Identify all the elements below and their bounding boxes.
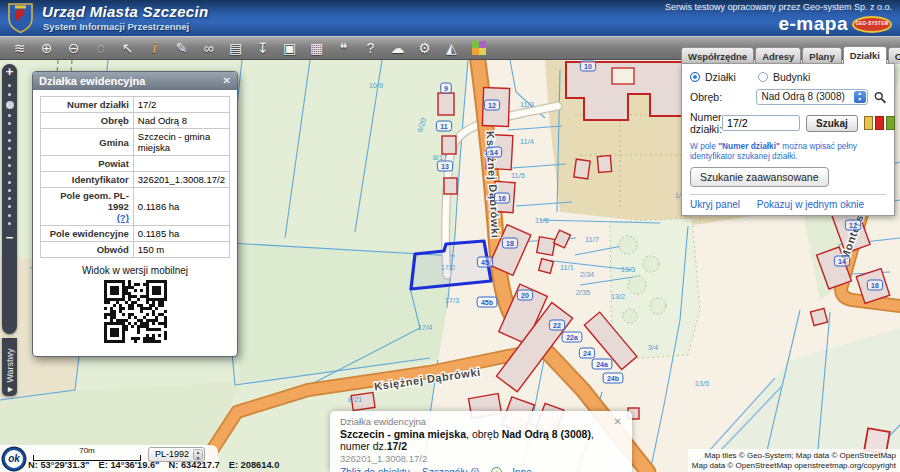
parcel-number-label: 13/3 <box>621 265 636 274</box>
search-panel: WspółrzędneAdresyPlanyDziałkiObiekty✕ Dz… <box>681 46 895 216</box>
layout-icon[interactable]: ▦ <box>303 37 330 59</box>
attribution-line2[interactable]: Map data © OpenStreetMap openstreetmap.o… <box>692 461 896 471</box>
close-icon[interactable]: ✕ <box>223 72 231 90</box>
numer-dzialki-input[interactable] <box>722 115 800 131</box>
parcel-row: Pole ewidencyjne0.1185 ha <box>41 226 230 242</box>
zoom-to-object-link[interactable]: Zbliż do obiektu <box>340 467 410 472</box>
other-link[interactable]: Inne <box>512 467 531 472</box>
status-bar: ok 70m PL-1992 ▲▼ N: 53°29'31.3"E: 14°36… <box>0 445 218 472</box>
comment-icon[interactable]: ❝ <box>330 37 357 59</box>
parcel-info-popup: ✕ Działka ewidencyjna Numer działki17/2O… <box>32 71 238 357</box>
print-icon[interactable]: ▤ <box>222 37 249 59</box>
info-icon[interactable]: i <box>141 37 168 59</box>
layers-icon[interactable]: ≋ <box>6 37 33 59</box>
layers-panel-tab[interactable]: ▼ Warstwy <box>2 338 17 396</box>
tab-adresy[interactable]: Adresy <box>755 47 801 64</box>
tab-działki[interactable]: Działki <box>843 46 887 64</box>
single-window-link[interactable]: Pokazuj w jednym oknie <box>757 199 864 210</box>
address-number-label: 24 <box>583 350 591 357</box>
address-number-label: 24a <box>596 361 608 368</box>
address-number-label: 24b <box>607 375 619 382</box>
tab-obiekty[interactable]: Obiekty <box>888 47 900 64</box>
select-area-icon[interactable]: ◌ <box>87 37 114 59</box>
app-subtitle: System Informacji Przestrzennej <box>43 21 189 32</box>
zoom-out-button[interactable]: − <box>2 230 17 245</box>
result-title: Działka ewidencyjna <box>340 416 622 427</box>
link-icon[interactable]: ∞ <box>195 37 222 59</box>
address-number-label: 20 <box>521 292 529 299</box>
measure-icon[interactable]: ✎ <box>168 37 195 59</box>
zoom-in-icon[interactable]: ⊕ <box>33 37 60 59</box>
parcel-number-label: 3/4 <box>648 343 658 352</box>
field-help-link[interactable]: (?) <box>117 212 129 223</box>
settings-icon[interactable]: ⚙ <box>411 37 438 59</box>
details-link[interactable]: Szczegóły (i) <box>422 467 479 472</box>
parcel-popup-titlebar: ✕ Działka ewidencyjna <box>33 72 237 90</box>
address-number-label: 22a <box>566 334 578 341</box>
parcel-number-label: 11/6 <box>535 216 549 225</box>
radio-budynki[interactable]: Budynki <box>758 71 810 83</box>
parcel-row: Powiat <box>41 156 230 172</box>
mobile-version-link[interactable]: Widok w wersji mobilnej <box>40 265 230 276</box>
add-icon[interactable]: + <box>491 467 502 472</box>
result-identifier: 326201_1.3008.17/2 <box>340 453 622 464</box>
address-number-label: 16 <box>871 282 879 289</box>
obreb-label: Obręb: <box>690 91 756 103</box>
map-zoom-control[interactable]: + − <box>2 64 17 334</box>
north-arrow-icon[interactable]: ◭ <box>438 37 465 59</box>
legend-colors-icon[interactable] <box>472 41 486 55</box>
parcel-number-label: 17/3 <box>445 296 460 305</box>
address-number-label: 14 <box>490 149 498 156</box>
result-close-icon[interactable]: ✕ <box>614 416 622 427</box>
advanced-search-button[interactable]: Szukanie zaawansowane <box>690 167 829 187</box>
address-number-label: 14 <box>838 258 846 265</box>
parcel-number-label: 11/3 <box>520 100 534 109</box>
address-number-label: 12 <box>488 102 496 109</box>
panel-footer: Ukryj panel Pokazuj w jednym oknie <box>690 194 886 210</box>
result-links: Zbliż do obiektu Szczegóły (i) + Inne <box>340 467 622 472</box>
color-swatches[interactable] <box>864 116 897 130</box>
attribution-line1: Map tiles © Geo-System; Map data © OpenS… <box>692 451 896 461</box>
parcel-number-label: 10/9 <box>369 81 384 90</box>
radio-circle-icon <box>758 72 768 82</box>
tab-współrzędne[interactable]: Współrzędne <box>681 47 754 64</box>
copy-window-icon[interactable]: ▣ <box>276 37 303 59</box>
search-icon[interactable] <box>874 91 886 104</box>
scale-bar: 70m <box>33 446 141 461</box>
zoom-out-icon[interactable]: ⊖ <box>60 37 87 59</box>
address-number-label: 11 <box>440 123 448 130</box>
address-number-label: 22 <box>553 322 561 329</box>
service-note: Serwis testowy opracowany przez Geo-syst… <box>665 2 892 12</box>
address-number-label: 13 <box>441 163 449 170</box>
obreb-select[interactable]: Nad Odrą 8 (3008) ▲▼ <box>756 89 867 105</box>
street-view-icon[interactable]: ↧ <box>249 37 276 59</box>
emapa-brand: e-mapa <box>778 13 848 35</box>
app-window: Urząd Miasta Szczecin System Informacji … <box>0 0 900 472</box>
parcel-number-label: 11/4 <box>520 137 534 146</box>
address-number-label: 9 <box>444 85 448 92</box>
help-icon[interactable]: ? <box>357 37 384 59</box>
parcel-number-label: 13/2 <box>611 292 626 301</box>
cloud-upload-icon[interactable]: ☁ <box>384 37 411 59</box>
parcel-table: Numer działki17/2ObrębNad Odrą 8GminaSzc… <box>41 97 230 258</box>
tab-plany[interactable]: Plany <box>802 47 841 64</box>
zoom-slider[interactable] <box>2 84 17 225</box>
parcel-number-label: 11/1 <box>560 263 574 272</box>
result-popup: ✕ Działka ewidencyjna Szczecin - gmina m… <box>330 411 632 472</box>
radio-dzialki[interactable]: Działki <box>690 71 736 83</box>
parcel-number-label: 11/5 <box>511 171 525 180</box>
parcel-number-label: 17/4 <box>418 323 433 332</box>
ok-button[interactable]: ok <box>3 448 25 470</box>
result-main-line: Szczecin - gmina miejska, obręb Nad Odrą… <box>340 428 622 452</box>
coords-readout: N: 53°29'31.3"E: 14°36'19.6"N: 634217.7E… <box>28 460 288 470</box>
parcel-number-label: 2/35 <box>576 288 591 297</box>
zoom-in-button[interactable]: + <box>2 64 17 79</box>
search-hint: W pole "Numer działki" można wpisać pełn… <box>690 141 886 161</box>
hide-panel-link[interactable]: Ukryj panel <box>690 199 740 210</box>
szukaj-button[interactable]: Szukaj <box>806 115 858 132</box>
city-crest-logo <box>7 2 34 34</box>
address-number-label: 12 <box>849 222 857 229</box>
pointer-icon[interactable]: ↖ <box>114 37 141 59</box>
numer-dzialki-label: Numer działki: <box>690 111 722 135</box>
address-number-label: 45b <box>481 299 493 306</box>
